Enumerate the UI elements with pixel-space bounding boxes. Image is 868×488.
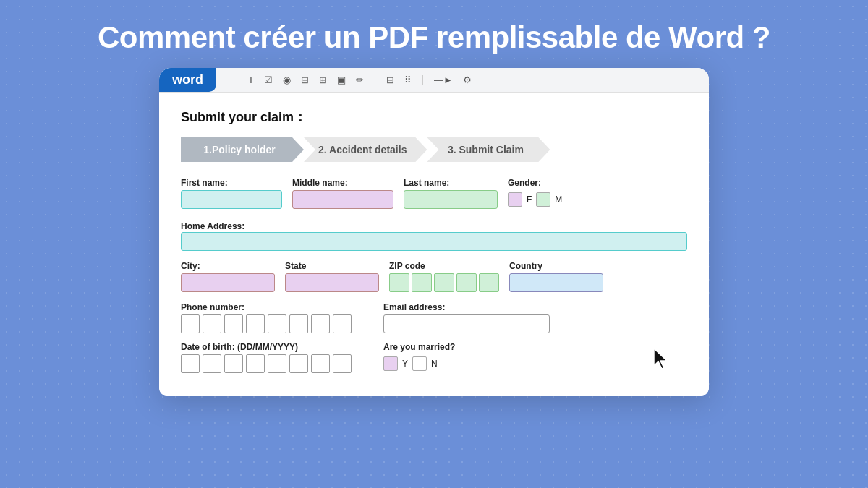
step1-label: 1.Policy holder [203, 144, 276, 155]
middle-name-input[interactable] [292, 190, 393, 209]
home-address-group: Home Address: [181, 219, 687, 251]
dob-box-y3[interactable] [311, 354, 330, 373]
last-name-group: Last name: [404, 178, 498, 209]
phone-box-7[interactable] [311, 314, 330, 333]
toolbar-separator2 [422, 75, 423, 85]
married-options: Y N [383, 354, 455, 373]
state-input[interactable] [285, 273, 379, 292]
married-n-label: N [431, 359, 438, 369]
arrow-icon[interactable]: —► [432, 73, 455, 87]
toolbar: T̲ ☑ ◉ ⊟ ⊞ ▣ ✏ ⊟ ⠿ —► ⚙ [159, 68, 709, 93]
page-title: Comment créer un PDF remplissable de Wor… [98, 20, 770, 55]
email-group: Email address: [383, 302, 550, 333]
step3-label: 3. Submit Claim [448, 144, 524, 155]
phone-box-3[interactable] [224, 314, 243, 333]
gender-m-label: M [555, 194, 562, 205]
first-name-label: First name: [181, 178, 282, 188]
gender-group: Gender: F M [508, 178, 562, 209]
dob-label: Date of birth: (DD/MM/YYYY) [181, 342, 352, 352]
phone-box-4[interactable] [246, 314, 265, 333]
step2-label: 2. Accident details [318, 144, 407, 155]
dob-married-row: Date of birth: (DD/MM/YYYY) Are you marr… [181, 342, 687, 373]
dob-box-m1[interactable] [224, 354, 243, 373]
zip-group: ZIP code [389, 261, 499, 292]
city-label: City: [181, 261, 275, 271]
gender-options: F M [508, 190, 562, 209]
settings-icon[interactable]: ⚙ [461, 73, 474, 87]
country-label: Country [509, 261, 603, 271]
married-y-checkbox[interactable] [383, 356, 398, 371]
dob-box-d1[interactable] [181, 354, 200, 373]
phone-group: Phone number: [181, 302, 352, 333]
zip-label: ZIP code [389, 261, 499, 271]
middle-name-group: Middle name: [292, 178, 393, 209]
toolbar-separator [375, 75, 375, 85]
gender-m-checkbox[interactable] [536, 192, 550, 207]
zip-boxes [389, 273, 499, 292]
city-group: City: [181, 261, 275, 292]
state-label: State [285, 261, 379, 271]
city-input[interactable] [181, 273, 275, 292]
table-icon[interactable]: ⊞ [317, 73, 329, 87]
steps-row: 1.Policy holder 2. Accident details 3. S… [181, 137, 687, 162]
last-name-input[interactable] [404, 190, 498, 209]
zip-box-1[interactable] [389, 273, 409, 292]
form-title: Submit your claim： [181, 108, 687, 126]
married-label: Are you married? [383, 342, 455, 352]
zip-box-2[interactable] [412, 273, 432, 292]
home-address-input[interactable] [181, 232, 687, 251]
phone-box-1[interactable] [181, 314, 200, 333]
form-area: Submit your claim： 1.Policy holder 2. Ac… [159, 93, 709, 396]
last-name-label: Last name: [404, 178, 498, 188]
phone-box-2[interactable] [203, 314, 221, 333]
gender-f-checkbox[interactable] [508, 192, 522, 207]
country-group: Country [509, 261, 603, 292]
grid2-icon[interactable]: ⠿ [402, 73, 414, 87]
phone-boxes [181, 314, 352, 333]
married-n-checkbox[interactable] [412, 356, 427, 371]
email-label: Email address: [383, 302, 550, 312]
email-input[interactable] [383, 314, 550, 333]
gender-f-label: F [527, 194, 532, 205]
name-fields-row: First name: Middle name: Last name: Gend… [181, 178, 687, 209]
home-address-label: Home Address: [181, 221, 244, 231]
married-y-label: Y [402, 359, 408, 369]
dob-box-y4[interactable] [333, 354, 352, 373]
zip-box-4[interactable] [456, 273, 477, 292]
checkbox-icon[interactable]: ☑ [262, 73, 275, 87]
phone-email-row: Phone number: Email address: [181, 302, 687, 333]
grid-icon[interactable]: ⊟ [384, 73, 396, 87]
text-field-icon[interactable]: T̲ [246, 73, 256, 87]
dob-box-y2[interactable] [289, 354, 308, 373]
dob-boxes [181, 354, 352, 373]
first-name-input[interactable] [181, 190, 282, 209]
richtext-icon[interactable]: ⊟ [299, 73, 311, 87]
phone-box-6[interactable] [289, 314, 308, 333]
gender-label: Gender: [508, 178, 562, 188]
radio-icon[interactable]: ◉ [281, 73, 293, 87]
word-window: word T̲ ☑ ◉ ⊟ ⊞ ▣ ✏ ⊟ ⠿ —► ⚙ Submit your… [159, 68, 709, 396]
dob-box-m2[interactable] [246, 354, 265, 373]
step-submit-claim[interactable]: 3. Submit Claim [427, 137, 550, 162]
dob-box-y1[interactable] [268, 354, 286, 373]
zip-box-3[interactable] [434, 273, 454, 292]
phone-label: Phone number: [181, 302, 352, 312]
phone-box-5[interactable] [268, 314, 286, 333]
step-accident-details[interactable]: 2. Accident details [304, 137, 427, 162]
married-group: Are you married? Y N [383, 342, 455, 373]
edit-icon[interactable]: ✏ [354, 73, 366, 87]
zip-box-5[interactable] [479, 273, 499, 292]
city-state-row: City: State ZIP code Country [181, 261, 687, 292]
phone-box-8[interactable] [333, 314, 352, 333]
country-input[interactable] [509, 273, 603, 292]
middle-name-label: Middle name: [292, 178, 393, 188]
state-group: State [285, 261, 379, 292]
word-badge: word [159, 68, 216, 92]
step-policy-holder[interactable]: 1.Policy holder [181, 137, 304, 162]
first-name-group: First name: [181, 178, 282, 209]
dob-group: Date of birth: (DD/MM/YYYY) [181, 342, 352, 373]
image-icon[interactable]: ▣ [335, 73, 348, 87]
dob-box-d2[interactable] [203, 354, 221, 373]
